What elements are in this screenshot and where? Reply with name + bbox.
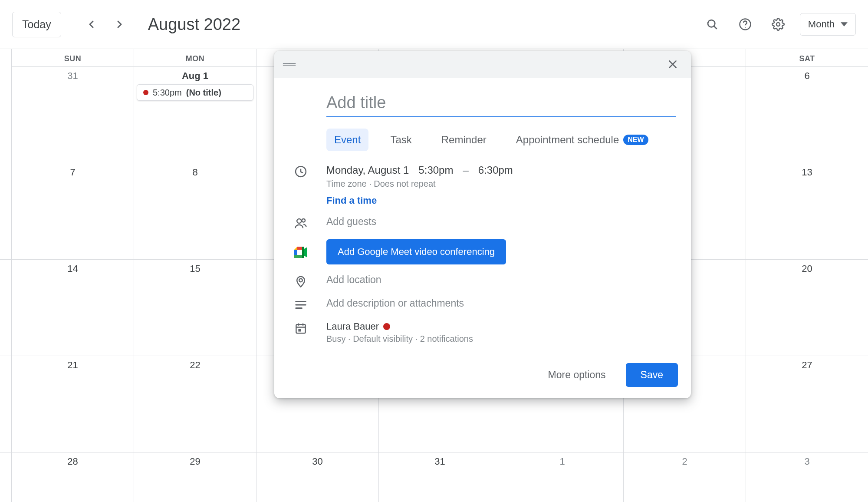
- day-number: 30: [256, 452, 378, 467]
- event-type-tabs: Event Task Reminder Appointment schedule…: [326, 129, 676, 151]
- view-selector-label: Month: [808, 19, 835, 30]
- day-cell[interactable]: 7: [11, 163, 134, 259]
- day-cell[interactable]: 8: [134, 163, 256, 259]
- day-cell[interactable]: 6: [746, 66, 868, 163]
- chevron-right-icon: [114, 19, 125, 30]
- settings-button[interactable]: [767, 13, 789, 36]
- day-number: 3: [746, 452, 868, 467]
- svg-point-10: [302, 219, 306, 222]
- day-number: 6: [746, 67, 868, 82]
- day-cell[interactable]: 13: [746, 163, 868, 259]
- new-badge: NEW: [623, 135, 648, 145]
- add-description-field[interactable]: Add description or attachments: [326, 297, 676, 309]
- location-pin-icon: [294, 275, 307, 288]
- more-options-button[interactable]: More options: [540, 363, 614, 387]
- day-number: 8: [134, 163, 256, 178]
- day-number: 31: [379, 452, 501, 467]
- day-cell[interactable]: 15: [134, 259, 256, 356]
- guests-row: Add guests: [289, 216, 676, 230]
- day-cell[interactable]: 20: [746, 259, 868, 356]
- google-meet-icon: [294, 247, 307, 258]
- location-row: Add location: [289, 274, 676, 288]
- event-time: 5:30pm: [153, 88, 182, 98]
- day-number: 13: [746, 163, 868, 178]
- day-number: 21: [12, 356, 134, 371]
- tab-task[interactable]: Task: [382, 129, 419, 151]
- svg-rect-12: [294, 250, 297, 255]
- dialog-footer: More options Save: [274, 354, 691, 398]
- add-location-field[interactable]: Add location: [326, 274, 676, 286]
- day-cell[interactable]: 27: [746, 356, 868, 452]
- organizer-block[interactable]: Laura Bauer Busy · Default visibility · …: [326, 321, 676, 344]
- help-button[interactable]: [734, 13, 756, 36]
- event-dot-icon: [143, 90, 148, 95]
- day-number: 14: [12, 260, 134, 274]
- close-dialog-button[interactable]: [663, 55, 682, 74]
- clock-icon: [294, 165, 307, 178]
- search-button[interactable]: [701, 13, 723, 36]
- gear-icon: [772, 18, 785, 31]
- dialog-rows: Monday, August 1 5:30pm – 6:30pm Time zo…: [289, 164, 676, 344]
- people-icon: [294, 217, 307, 230]
- day-cell[interactable]: 14: [11, 259, 134, 356]
- find-a-time-link[interactable]: Find a time: [326, 195, 377, 206]
- svg-point-3: [745, 27, 746, 28]
- svg-point-16: [299, 279, 302, 282]
- description-row: Add description or attachments: [289, 297, 676, 311]
- day-number: 28: [12, 452, 134, 467]
- next-month-button[interactable]: [109, 14, 130, 35]
- today-button[interactable]: Today: [12, 12, 61, 37]
- tab-appointment-schedule[interactable]: Appointment schedule NEW: [508, 129, 656, 151]
- triangle-down-icon: [841, 22, 848, 27]
- svg-rect-15: [297, 250, 302, 255]
- day-cell[interactable]: 1: [501, 452, 623, 502]
- month-nav: [81, 14, 130, 35]
- day-number: 29: [134, 452, 256, 467]
- event-title-input[interactable]: [326, 91, 676, 117]
- help-icon: [739, 18, 752, 31]
- save-button[interactable]: Save: [626, 363, 678, 387]
- add-meet-button[interactable]: Add Google Meet video conferencing: [326, 239, 506, 264]
- day-number: 27: [746, 356, 868, 371]
- current-month-title: August 2022: [148, 15, 240, 34]
- svg-marker-5: [841, 22, 848, 26]
- day-cell[interactable]: 22: [134, 356, 256, 452]
- organizer-sub: Busy · Default visibility · 2 notificati…: [326, 334, 676, 344]
- meet-row: Add Google Meet video conferencing: [289, 239, 676, 264]
- svg-rect-11: [297, 247, 302, 250]
- day-cell[interactable]: 3: [746, 452, 868, 502]
- description-icon: [294, 298, 307, 311]
- day-cell[interactable]: 21: [11, 356, 134, 452]
- svg-rect-13: [294, 255, 302, 258]
- add-guests-field[interactable]: Add guests: [326, 216, 676, 228]
- day-number: 2: [624, 452, 746, 467]
- tz-repeat-line[interactable]: Time zone · Does not repeat: [326, 179, 676, 189]
- day-cell[interactable]: 2: [623, 452, 746, 502]
- event-chip[interactable]: 5:30pm(No title): [137, 84, 253, 101]
- start-time: 5:30pm: [418, 164, 453, 176]
- close-icon: [667, 59, 678, 70]
- dialog-body: Event Task Reminder Appointment schedule…: [274, 78, 691, 354]
- day-cell[interactable]: 31: [378, 452, 501, 502]
- toolbar-right: Month: [701, 13, 856, 36]
- organizer-row: Laura Bauer Busy · Default visibility · …: [289, 321, 676, 344]
- tab-event[interactable]: Event: [326, 129, 368, 151]
- day-cell[interactable]: 31: [11, 66, 134, 163]
- day-cell[interactable]: 30: [256, 452, 378, 502]
- end-time: 6:30pm: [478, 164, 513, 176]
- tab-reminder[interactable]: Reminder: [434, 129, 494, 151]
- day-cell[interactable]: 28: [11, 452, 134, 502]
- day-number: Aug 1: [134, 67, 256, 82]
- datetime-line[interactable]: Monday, August 1 5:30pm – 6:30pm: [326, 164, 676, 176]
- drag-handle-icon[interactable]: ══: [283, 59, 295, 70]
- day-cell[interactable]: 29: [134, 452, 256, 502]
- event-title: (No title): [186, 88, 221, 98]
- day-cell[interactable]: Aug 15:30pm(No title): [134, 66, 256, 163]
- dash: –: [463, 164, 468, 176]
- day-number: 22: [134, 356, 256, 371]
- day-number: 20: [746, 260, 868, 274]
- prev-month-button[interactable]: [81, 14, 102, 35]
- svg-point-4: [776, 23, 780, 26]
- chevron-left-icon: [86, 19, 97, 30]
- view-selector[interactable]: Month: [800, 13, 856, 36]
